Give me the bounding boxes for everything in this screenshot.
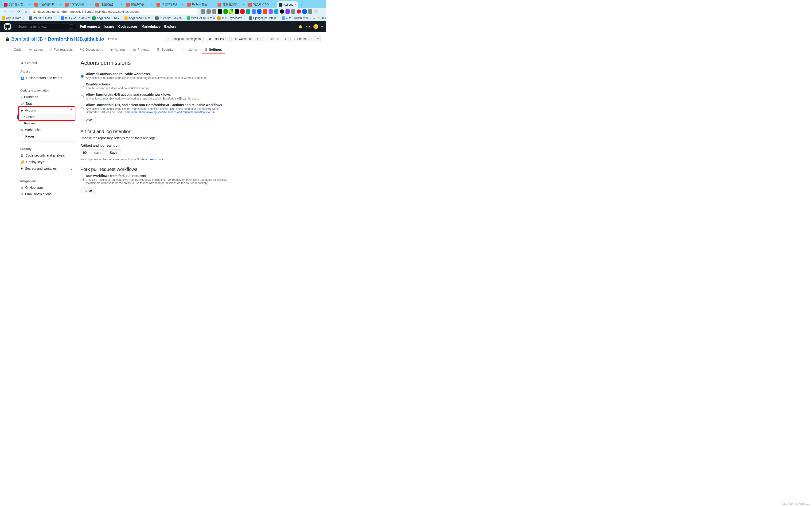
sidebar-branches[interactable]: ⑂Branches <box>18 94 75 100</box>
save-retention-button[interactable]: Save <box>106 149 121 156</box>
close-icon[interactable]: × <box>182 3 183 6</box>
repo-tab-issues[interactable]: ⊙Issues <box>26 46 46 54</box>
sidebar-general[interactable]: ⚙General <box>18 60 75 66</box>
repo-tab-pull-requests[interactable]: ⑃Pull requests <box>47 46 75 54</box>
ext-icon[interactable] <box>235 9 239 14</box>
sidebar-actions[interactable]: ▶Actions⌃ <box>19 107 75 114</box>
repo-tab-settings[interactable]: ⚙Settings <box>202 46 224 54</box>
browser-tab[interactable]: 写文章-CSDN博× <box>246 1 277 8</box>
other-bookmarks[interactable]: 📁其他书签 <box>317 16 326 20</box>
browser-tab[interactable]: 10行代码集2000× <box>63 1 94 8</box>
bookmark-item[interactable]: Keypirinha主题生… <box>124 16 153 20</box>
ext-icon[interactable] <box>302 9 307 14</box>
close-icon[interactable]: × <box>243 3 244 6</box>
sidebar-tags[interactable]: 🏷Tags <box>18 100 75 107</box>
translate-icon[interactable] <box>201 9 205 14</box>
close-icon[interactable]: × <box>151 3 153 6</box>
sidebar-github-apps[interactable]: ▦GitHub apps <box>18 184 75 191</box>
bookmark-item[interactable]: Keypirinha — Key… <box>92 16 122 20</box>
watch-dropdown[interactable]: ▾ <box>255 36 261 42</box>
radio-select[interactable] <box>81 104 84 114</box>
bookmark-item[interactable]: AI悦创·编程一… <box>2 16 27 20</box>
star-icon[interactable] <box>212 9 216 14</box>
learn-more-link[interactable]: Learn more about allowing specific actio… <box>123 111 215 114</box>
sidebar-pages[interactable]: ▭Pages <box>18 133 75 139</box>
avatar[interactable]: 😀 <box>313 24 318 29</box>
address-bar[interactable]: 🔒 https://github.com/BornforthisHJB/Born… <box>30 8 199 15</box>
bookmark-item[interactable]: 简介 - pyecharts -… <box>217 16 247 20</box>
ext-icon[interactable] <box>218 9 222 14</box>
retention-input[interactable] <box>81 150 92 156</box>
repo-tab-actions[interactable]: ▶Actions <box>108 46 128 54</box>
sidebar-deploy-keys[interactable]: 🔑Deploy keys <box>18 159 75 165</box>
nav-link[interactable]: Marketplace <box>142 25 160 29</box>
repo-tab-security[interactable]: ⛨Security <box>154 46 176 54</box>
sidebar-code-security[interactable]: ⛨Code security and analysis <box>18 152 75 159</box>
radio-allow-all[interactable] <box>81 73 84 79</box>
bookmark-item[interactable]: 快速启动 - 小众软件 <box>61 16 90 20</box>
bell-icon[interactable]: 🔔 <box>298 25 302 29</box>
share-icon[interactable] <box>207 9 211 14</box>
fork-dropdown[interactable]: ▾ <box>283 36 289 42</box>
save-button[interactable]: Save <box>81 117 96 123</box>
browser-tab[interactable]: 滚雪球学Python_× <box>155 1 185 8</box>
repo-tab-code[interactable]: <>Code <box>6 46 24 54</box>
back-icon[interactable]: ← <box>2 9 7 14</box>
star-button[interactable]: ★Starred1 <box>290 36 315 42</box>
reload-icon[interactable]: ⟳ <box>16 9 21 14</box>
ext-icon[interactable] <box>223 9 228 14</box>
close-icon[interactable]: × <box>29 3 31 6</box>
sidebar-email-notifications[interactable]: ✉Email notifications <box>18 191 75 198</box>
browser-tab[interactable]: (1条消息) Python× <box>33 1 63 8</box>
close-icon[interactable]: × <box>59 3 61 6</box>
repo-tab-projects[interactable]: ▦Projects <box>130 46 152 54</box>
github-logo-icon[interactable] <box>4 23 11 30</box>
bookmark-item[interactable]: Django的MTV模式… <box>249 16 280 20</box>
repo-tab-insights[interactable]: 〰Insights <box>178 46 200 54</box>
browser-tab[interactable]: 信息资源管理 (0× <box>216 1 246 8</box>
sidebar-webhooks[interactable]: ⟲Webhooks <box>18 126 75 133</box>
browser-tab[interactable]: Python 爬虫小课× <box>185 1 216 8</box>
repo-link[interactable]: BornforthisHJB.github.io <box>48 36 104 42</box>
ext-icon[interactable] <box>268 9 273 14</box>
ext-icon[interactable] <box>286 9 290 14</box>
bookmark-item[interactable]: Win32API参考手册 <box>187 16 215 20</box>
puzzle-icon[interactable] <box>291 9 295 14</box>
radio-owner-only[interactable] <box>81 94 84 100</box>
configure-sourcegraph-button[interactable]: ✦Configure Sourcegraph <box>165 36 204 42</box>
browser-tab[interactable]: 我们都太喜欢等.× <box>2 1 33 8</box>
sidebar-actions-runners[interactable]: Runners <box>18 120 75 126</box>
learn-more-link[interactable]: Learn more. <box>149 158 164 161</box>
ext-icon[interactable] <box>252 9 256 14</box>
save-fork-button[interactable]: Save <box>81 187 96 194</box>
edit-pins-button[interactable]: ⚙Edit Pins▾ <box>206 36 229 42</box>
ext-icon[interactable] <box>257 9 261 14</box>
search-input[interactable]: Search or jump to... / <box>15 23 76 30</box>
nav-link[interactable]: Issues <box>104 25 115 29</box>
home-icon[interactable]: ⌂ <box>23 9 29 14</box>
radio-disable[interactable] <box>81 83 84 90</box>
close-icon[interactable]: × <box>90 3 92 6</box>
browser-tab[interactable]: 【反爬虫】系列× <box>94 1 124 8</box>
fork-workflows-checkbox[interactable] <box>81 175 84 185</box>
sidebar-secrets[interactable]: ✱Secrets and variables⌄ <box>18 165 75 172</box>
sidebar-collaborators[interactable]: 👥Collaborators and teams <box>18 75 75 81</box>
ext-icon[interactable] <box>308 9 312 14</box>
browser-tab[interactable]: Actions× <box>277 1 298 8</box>
bookmark-item[interactable]: 小众软件 - 分享免… <box>155 16 185 20</box>
close-icon[interactable]: × <box>120 3 122 6</box>
sidebar-actions-general[interactable]: General <box>19 114 75 120</box>
watch-button[interactable]: 👁Watch0 <box>232 36 255 42</box>
ext-icon[interactable] <box>274 9 278 14</box>
bookmark-item[interactable]: 首页 - 廖雪峰的官… <box>282 16 311 20</box>
ext-icon[interactable] <box>240 9 245 14</box>
browser-tab[interactable]: 爬虫100例教程_× <box>124 1 155 8</box>
repo-tab-discussions[interactable]: 💬Discussions <box>77 46 106 54</box>
star-dropdown[interactable]: ▾ <box>315 36 321 42</box>
profile-icon[interactable] <box>314 9 318 14</box>
ext-icon[interactable] <box>297 9 301 14</box>
ext-icon[interactable] <box>280 9 284 14</box>
close-icon[interactable]: × <box>212 3 214 6</box>
new-tab-button[interactable]: + <box>298 1 305 8</box>
nav-link[interactable]: Pull requests <box>80 25 101 29</box>
